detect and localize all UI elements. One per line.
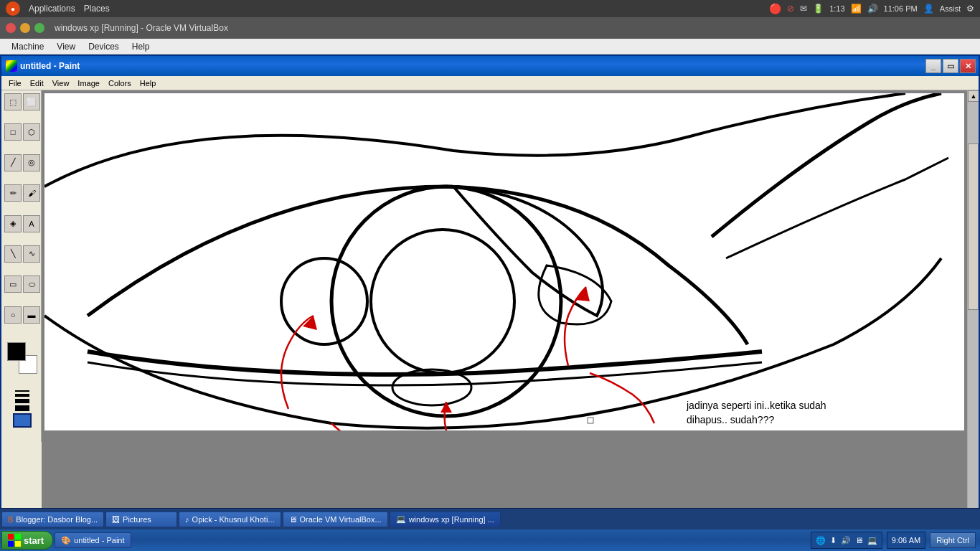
line-very-thick[interactable] [15,405,29,411]
taskbar-pictures-btn[interactable]: 🖼 Pictures [105,512,177,527]
tool-eyedropper[interactable]: ╱ [4,154,22,171]
taskbar-vbox-btn[interactable]: 🖥 Oracle VM VirtualBox... [283,512,388,527]
foreground-color-box[interactable] [7,342,26,361]
paint-window: untitled - Paint _ ▭ ✕ File Edit View Im… [0,55,980,551]
svg-marker-5 [575,287,590,301]
ubuntu-logo-icon[interactable]: ● [6,1,20,16]
assist-label[interactable]: Assist [940,4,961,13]
tool-line[interactable]: ╲ [4,245,22,263]
browser-taskbar: B Blogger: Dasbor Blog... 🖼 Pictures ♪ O… [0,508,980,529]
paint-title-text: untitled - Paint [20,61,80,71]
paint-menu-colors[interactable]: Colors [104,78,136,88]
start-button[interactable]: start [1,531,53,550]
winxp-label: windows xp [Running] ... [409,515,494,524]
vbox-close-button[interactable] [6,23,16,33]
taskbar-opick-btn[interactable]: ♪ Opick - Khusnul Khoti... [179,512,281,527]
vbox-menu-devices[interactable]: Devices [83,40,125,53]
applications-menu[interactable]: Applications [29,4,75,14]
battery-time: 1:13 [829,4,844,13]
vertical-scrollbar[interactable]: ▲ ▼ [967,90,979,529]
svg-rect-8 [8,534,14,540]
gear-icon[interactable]: ⚙ [966,4,974,14]
tool-pencil[interactable]: ✏ [4,184,22,202]
vbox-menu-view[interactable]: View [51,40,81,53]
tool-magnify[interactable]: ◎ [23,154,40,171]
mail-icon[interactable]: ✉ [800,4,807,14]
tool-text[interactable]: A [23,215,40,232]
color-selector [4,342,40,374]
taskbar-winxp-btn[interactable]: 💻 windows xp [Running] ... [390,512,501,527]
vbox-taskbar-label: Oracle VM VirtualBox... [300,515,382,524]
right-ctrl-label: Right Ctrl [936,536,969,545]
svg-rect-10 [8,541,14,547]
winxp-icon: 💻 [396,514,406,524]
tool-select-rect[interactable]: ⬚ [4,93,22,110]
ubuntu-topbar: ● Applications Places 🔴 ⊘ ✉ 🔋 1:13 📶 🔊 1… [0,0,980,17]
vbox-title-text: windows xp [Running] - Oracle VM Virtual… [55,23,228,33]
paint-menu-help[interactable]: Help [136,78,161,88]
paint-taskbar-icon: 🎨 [61,536,71,545]
line-thin[interactable] [15,390,29,392]
tray-network-icon[interactable]: 🌐 [816,536,826,545]
v-scroll-thumb[interactable] [968,143,979,310]
vbox-menu-help[interactable]: Help [126,40,156,53]
tool-rounded-rect[interactable]: ▬ [23,306,40,324]
tool-eraser[interactable]: □ [4,123,22,141]
user-icon[interactable]: 👤 [923,4,934,14]
taskbar-items: 🎨 untitled - Paint [55,532,809,548]
right-ctrl-button[interactable]: Right Ctrl [930,532,976,548]
paint-menu-view[interactable]: View [48,78,74,88]
annotation-text2: dihapus.. sudah??? [687,414,774,425]
paint-menu-edit[interactable]: Edit [26,78,48,88]
clock: 11:06 PM [884,4,918,13]
tool-polygon[interactable]: ⬭ [23,276,40,293]
paint-menu-file[interactable]: File [4,78,26,88]
start-label: start [24,535,44,546]
no-sign-icon: ⊘ [787,4,794,14]
network-icon[interactable]: 📶 [851,4,862,14]
paint-toolbar: ⬚ ⬜ □ ⬡ ╱ ◎ ✏ 🖌 ◈ A ╲ ∿ ▭ ⬭ ○ ▬ [1,90,42,442]
paint-canvas[interactable]: jadinya seperti ini..ketika sudah dihapu… [44,93,964,430]
annotation-text: jadinya seperti ini..ketika sudah [686,400,826,411]
v-scroll-track[interactable] [968,102,979,518]
tool-curve[interactable]: ∿ [23,245,40,263]
tool-fill[interactable]: ⬡ [23,123,40,141]
tray-speakers-icon[interactable]: 🔊 [841,536,851,545]
paint-titlebar: untitled - Paint _ ▭ ✕ [1,56,979,76]
vbox-minimize-button[interactable] [20,23,30,33]
svg-point-1 [371,230,514,373]
vlc-icon[interactable]: 🔴 [769,3,781,14]
line-medium[interactable] [15,394,29,397]
volume-icon[interactable]: 🔊 [867,4,878,14]
blogger-label: Blogger: Dasbor Blog... [16,515,98,524]
taskbar-paint-btn[interactable]: 🎨 untitled - Paint [55,532,131,548]
battery-icon: 🔋 [813,4,824,14]
tool-select-free[interactable]: ⬜ [23,93,40,110]
tool-rect[interactable]: ▭ [4,276,22,293]
canvas-wrapper: jadinya seperti ini..ketika sudah dihapu… [42,90,967,529]
tool-ellipse[interactable]: ○ [4,306,22,324]
line-thickness-selector [4,390,40,439]
paint-restore-button[interactable]: ▭ [943,59,958,73]
taskbar-right: 🌐 ⬇ 🔊 🖥 💻 9:06 AM Right Ctrl [811,532,979,549]
tray-download-icon[interactable]: ⬇ [830,536,837,545]
taskbar-blogger-btn[interactable]: B Blogger: Dasbor Blog... [1,512,104,527]
paint-menubar: File Edit View Image Colors Help [1,76,979,90]
paint-close-button[interactable]: ✕ [960,59,976,73]
tool-airbrush[interactable]: ◈ [4,215,22,232]
scroll-up-arrow[interactable]: ▲ [968,90,979,102]
vbox-menu-machine[interactable]: Machine [6,40,50,53]
svg-rect-7 [588,418,593,423]
svg-point-2 [281,258,367,344]
tool-brush[interactable]: 🖌 [23,184,40,202]
opick-label: Opick - Khusnul Khoti... [192,515,275,524]
line-thick[interactable] [15,399,29,403]
tray-network2-icon[interactable]: 💻 [867,536,877,545]
places-menu[interactable]: Places [84,4,110,14]
paint-minimize-button[interactable]: _ [925,59,941,73]
paint-menu-image[interactable]: Image [73,78,104,88]
svg-rect-9 [15,534,21,540]
vbox-maximize-button[interactable] [34,23,44,33]
selected-color-preview [13,413,32,428]
tray-monitor-icon[interactable]: 🖥 [855,536,863,545]
